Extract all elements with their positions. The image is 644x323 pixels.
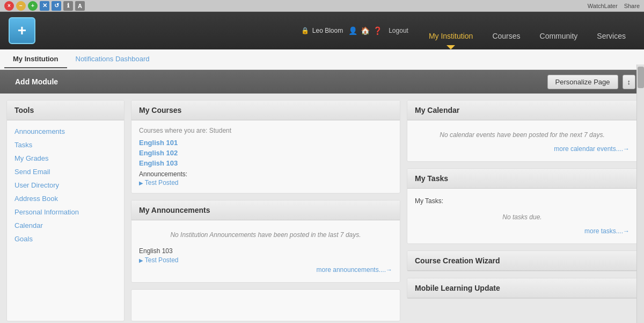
- action-icon-3[interactable]: ℹ: [63, 1, 73, 11]
- os-bar-right: WatchLater Share: [588, 3, 640, 9]
- sidebar-item-user-directory[interactable]: User Directory: [7, 178, 124, 192]
- sidebar-item-goals[interactable]: Goals: [7, 232, 124, 246]
- sidebar-item-calendar[interactable]: Calendar: [7, 219, 124, 232]
- user-profile-icon[interactable]: 👤: [348, 26, 357, 35]
- sidebar: Tools Announcements Tasks My Grades Send…: [6, 100, 125, 321]
- nav-item-services[interactable]: Services: [587, 12, 635, 49]
- announcement-test-posted[interactable]: Test Posted: [139, 256, 392, 264]
- more-announcements-link[interactable]: more announcements....→: [139, 264, 392, 276]
- help-icon[interactable]: ❓: [373, 26, 382, 35]
- scrollbar[interactable]: [636, 64, 644, 323]
- sidebar-item-tasks[interactable]: Tasks: [7, 138, 124, 152]
- sidebar-item-my-grades[interactable]: My Grades: [7, 152, 124, 165]
- sidebar-links: Announcements Tasks My Grades Send Email…: [7, 120, 124, 250]
- nav-item-my-institution[interactable]: My Institution: [419, 12, 482, 49]
- announcements-section: English 103 Test Posted: [139, 247, 392, 264]
- personalize-page-button[interactable]: Personalize Page: [547, 75, 618, 89]
- right-column: My Calendar No calendar events have been…: [407, 100, 638, 321]
- my-tasks-card: My Tasks My Tasks: No tasks due. more ta…: [407, 168, 638, 244]
- user-info: 🔒 Leo Bloom 👤 🏠 ❓ Logout: [301, 26, 408, 35]
- tab-notifications-dashboard[interactable]: Notifications Dashboard: [67, 51, 158, 68]
- mobile-learning-update-title: Mobile Learning Update: [407, 278, 637, 298]
- action-icon-4[interactable]: A: [75, 1, 85, 11]
- os-bar-icons: × − + ✕ ↺ ℹ A: [4, 1, 85, 11]
- announcements-section-name: English 103: [139, 247, 392, 255]
- add-module-button[interactable]: Add Module: [9, 74, 64, 89]
- course-english-101[interactable]: English 101: [139, 139, 392, 147]
- announcements-label: Announcements:: [139, 170, 392, 178]
- cards-column: My Courses Courses where you are: Studen…: [131, 100, 400, 321]
- my-calendar-title: My Calendar: [407, 101, 637, 120]
- course-english-102[interactable]: English 102: [139, 149, 392, 157]
- nav-item-community[interactable]: Community: [530, 12, 588, 49]
- announcements-empty-text: No Institution Announcements have been p…: [139, 227, 392, 243]
- username-label: Leo Bloom: [312, 27, 343, 34]
- toolbar-right: Personalize Page ↕: [547, 75, 635, 89]
- nav-items: My Institution Courses Community Service…: [419, 12, 635, 49]
- my-tasks-title: My Tasks: [407, 169, 637, 189]
- more-tasks-link[interactable]: more tasks....→: [415, 225, 630, 237]
- maximize-icon[interactable]: +: [28, 1, 38, 11]
- calendar-empty-text: No calendar events have been posted for …: [415, 127, 630, 143]
- courses-subtitle: Courses where you are: Student: [139, 127, 392, 134]
- header-nav: 🔒 Leo Bloom 👤 🏠 ❓ Logout My Institution …: [301, 12, 635, 49]
- my-announcements-title: My Announcements: [131, 200, 400, 220]
- my-announcements-card: My Announcements No Institution Announce…: [131, 200, 400, 283]
- tasks-label: My Tasks:: [415, 195, 630, 209]
- my-announcements-body: No Institution Announcements have been p…: [131, 220, 400, 282]
- mobile-learning-update-card[interactable]: Mobile Learning Update: [407, 278, 638, 299]
- scrollbar-thumb[interactable]: [638, 67, 644, 88]
- sidebar-item-announcements[interactable]: Announcements: [7, 125, 124, 138]
- course-english-103-announcement[interactable]: Test Posted: [139, 179, 392, 186]
- tab-my-institution[interactable]: My Institution: [4, 51, 67, 68]
- tasks-empty-text: No tasks due.: [415, 209, 630, 225]
- main-content: Tools Announcements Tasks My Grades Send…: [0, 94, 644, 323]
- my-calendar-card: My Calendar No calendar events have been…: [407, 100, 638, 162]
- my-courses-title: My Courses: [131, 101, 400, 120]
- sidebar-item-personal-information[interactable]: Personal Information: [7, 205, 124, 219]
- sidebar-item-send-email[interactable]: Send Email: [7, 165, 124, 178]
- minimize-icon[interactable]: −: [16, 1, 26, 11]
- user-action-icons: 👤 🏠 ❓: [348, 26, 382, 35]
- sidebar-item-address-book[interactable]: Address Book: [7, 192, 124, 205]
- course-creation-wizard-title: Course Creation Wizard: [407, 251, 637, 271]
- home-icon[interactable]: 🏠: [361, 26, 370, 35]
- add-button[interactable]: +: [9, 17, 35, 44]
- header: + 🔒 Leo Bloom 👤 🏠 ❓ Logout My Institutio…: [0, 12, 644, 49]
- course-english-103[interactable]: English 103: [139, 159, 392, 167]
- my-calendar-body: No calendar events have been posted for …: [407, 120, 637, 161]
- os-bar: × − + ✕ ↺ ℹ A WatchLater Share: [0, 0, 644, 12]
- my-tasks-body: My Tasks: No tasks due. more tasks....→: [407, 189, 637, 243]
- action-icon-1[interactable]: ✕: [40, 1, 49, 11]
- nav-item-courses[interactable]: Courses: [482, 12, 530, 49]
- action-icon-2[interactable]: ↺: [52, 1, 61, 11]
- logout-button[interactable]: Logout: [389, 27, 408, 34]
- course-creation-wizard-card[interactable]: Course Creation Wizard: [407, 250, 638, 271]
- more-calendar-link[interactable]: more calendar events....→: [415, 143, 630, 155]
- sort-button[interactable]: ↕: [623, 75, 636, 89]
- share-label[interactable]: Share: [624, 3, 640, 9]
- sidebar-title: Tools: [7, 101, 124, 120]
- toolbar: Add Module Personalize Page ↕: [0, 70, 644, 94]
- my-courses-body: Courses where you are: Student English 1…: [131, 120, 400, 193]
- lock-icon: 🔒: [301, 27, 309, 34]
- my-courses-card: My Courses Courses where you are: Studen…: [131, 100, 400, 193]
- bottom-card-placeholder: [131, 289, 400, 321]
- sub-nav: My Institution Notifications Dashboard: [0, 49, 644, 70]
- close-icon[interactable]: ×: [4, 1, 14, 11]
- watchlater-label[interactable]: WatchLater: [588, 3, 618, 9]
